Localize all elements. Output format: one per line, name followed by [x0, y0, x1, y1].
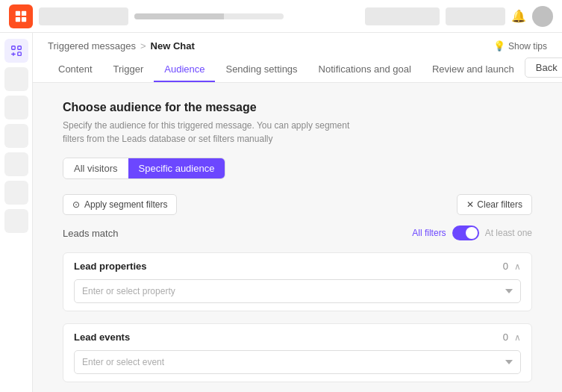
svg-rect-4: [11, 46, 15, 49]
lead-properties-header[interactable]: Lead properties 0 ∧: [63, 253, 531, 279]
lead-events-body: Enter or select event: [63, 350, 531, 382]
tab-content[interactable]: Content: [48, 57, 103, 82]
sidebar-item-main[interactable]: [4, 39, 28, 63]
sidebar-item-7[interactable]: [4, 209, 28, 233]
top-bar: 🔔: [0, 0, 562, 33]
lead-events-chevron-icon: ∧: [514, 332, 521, 343]
breadcrumb: Triggered messages > New Chat: [48, 40, 195, 52]
tab-notifications-goal[interactable]: Notifications and goal: [308, 57, 422, 82]
breadcrumb-separator: >: [140, 40, 146, 52]
page-header: Triggered messages > New Chat 💡 Show tip…: [33, 33, 562, 83]
clear-icon: ✕: [466, 199, 474, 210]
lead-properties-right: 0 ∧: [503, 261, 521, 272]
notification-bell-icon[interactable]: 🔔: [511, 9, 526, 23]
tips-icon: 💡: [493, 40, 505, 52]
lead-properties-chevron-icon: ∧: [514, 261, 521, 272]
avatar[interactable]: [532, 6, 553, 27]
sidebar-item-5[interactable]: [4, 152, 28, 176]
back-button[interactable]: Back: [525, 57, 562, 78]
sidebar-item-4[interactable]: [4, 124, 28, 148]
lead-properties-title: Lead properties: [74, 261, 147, 272]
sidebar-main-icon: [10, 44, 23, 57]
lead-events-section: Lead events 0 ∧ Enter or select event: [63, 323, 532, 382]
nav-pill[interactable]: [39, 7, 128, 25]
top-bar-center: [39, 7, 284, 25]
clear-filters-label: Clear filters: [477, 199, 522, 210]
leads-match-toggle[interactable]: [452, 225, 479, 240]
tab-actions: Back Next: [525, 57, 562, 82]
sidebar-item-3[interactable]: [4, 96, 28, 119]
content-area: Triggered messages > New Chat 💡 Show tip…: [33, 33, 562, 392]
svg-rect-2: [16, 16, 20, 21]
breadcrumb-row: Triggered messages > New Chat 💡 Show tip…: [48, 33, 547, 57]
section-title: Choose audience for the message: [63, 101, 532, 114]
app-logo: [9, 4, 33, 28]
progress-bar: [134, 13, 284, 19]
logo-icon: [14, 10, 28, 23]
svg-rect-1: [22, 10, 26, 15]
sidebar-item-6[interactable]: [4, 181, 28, 205]
breadcrumb-current: New Chat: [151, 40, 195, 52]
lead-properties-select[interactable]: Enter or select property: [74, 279, 521, 303]
tab-audience[interactable]: Audience: [154, 57, 215, 82]
svg-rect-5: [17, 46, 21, 49]
section-desc: Specify the audience for this triggered …: [63, 119, 361, 146]
main-layout: Triggered messages > New Chat 💡 Show tip…: [0, 33, 562, 392]
progress-fill: [134, 13, 224, 19]
tab-review-launch[interactable]: Review and launch: [422, 57, 525, 82]
sidebar-item-2[interactable]: [4, 67, 28, 91]
at-least-one-label: At least one: [485, 228, 532, 238]
toggle-knob: [466, 227, 478, 239]
top-bar-right: 🔔: [365, 6, 553, 27]
breadcrumb-parent[interactable]: Triggered messages: [48, 40, 136, 52]
lead-events-count: 0: [503, 332, 508, 343]
lead-properties-count: 0: [503, 261, 508, 272]
lead-events-title: Lead events: [74, 332, 130, 343]
show-tips-button[interactable]: 💡 Show tips: [493, 40, 547, 52]
apply-segment-button[interactable]: ⊙ Apply segment filters: [63, 194, 177, 215]
svg-rect-6: [17, 52, 21, 56]
leads-match-row: Leads match All filters At least one: [63, 225, 532, 240]
leads-match-right: All filters At least one: [412, 225, 532, 240]
sidebar: [0, 33, 33, 392]
top-bar-input[interactable]: [365, 7, 440, 25]
tabs-row: Content Trigger Audience Sending setting…: [48, 57, 547, 82]
svg-rect-3: [22, 16, 26, 21]
leads-match-label: Leads match: [63, 228, 118, 239]
specific-audience-button[interactable]: Specific audience: [128, 158, 225, 178]
clear-filters-button[interactable]: ✕ Clear filters: [457, 194, 532, 215]
tab-trigger[interactable]: Trigger: [103, 57, 154, 82]
lead-events-select[interactable]: Enter or select event: [74, 350, 521, 374]
lead-events-right: 0 ∧: [503, 332, 521, 343]
svg-rect-0: [16, 10, 20, 15]
audience-toggle: All visitors Specific audience: [63, 158, 225, 179]
filter-bar: ⊙ Apply segment filters ✕ Clear filters: [63, 194, 532, 215]
all-visitors-button[interactable]: All visitors: [63, 158, 128, 178]
tab-sending-settings[interactable]: Sending settings: [215, 57, 307, 82]
main-content: Choose audience for the message Specify …: [33, 83, 562, 392]
top-bar-select[interactable]: [446, 7, 505, 25]
tabs: Content Trigger Audience Sending setting…: [48, 57, 525, 82]
lead-events-header[interactable]: Lead events 0 ∧: [63, 324, 531, 350]
segment-icon: ⊙: [72, 199, 80, 210]
lead-properties-section: Lead properties 0 ∧ Enter or select prop…: [63, 252, 532, 311]
lead-properties-body: Enter or select property: [63, 279, 531, 311]
show-tips-label: Show tips: [508, 41, 547, 52]
all-filters-link[interactable]: All filters: [412, 228, 446, 238]
apply-segment-label: Apply segment filters: [84, 199, 167, 210]
